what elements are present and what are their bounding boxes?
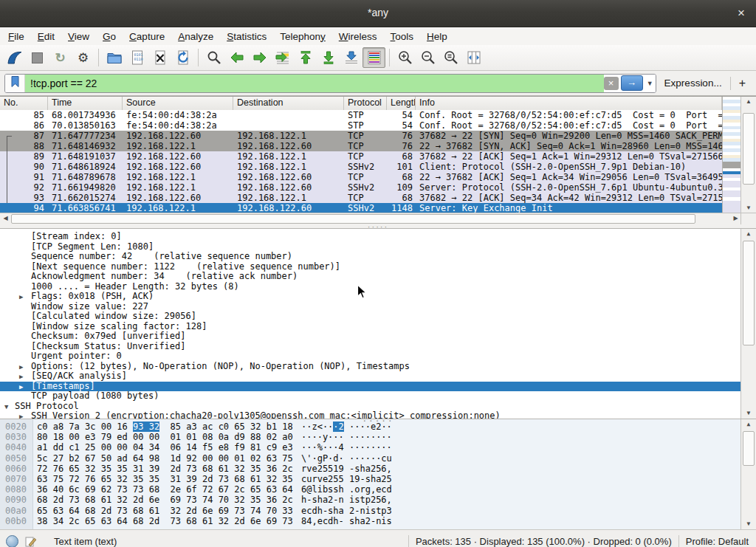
packet-row-86[interactable]: 8670.013850163fe:54:00:d4:38:2aSTP54Conf… bbox=[0, 120, 722, 131]
zoom-reset-button[interactable] bbox=[439, 47, 462, 68]
detail-row[interactable]: [TCP Segment Len: 1080] bbox=[0, 242, 741, 252]
wireshark-fin-button[interactable] bbox=[3, 47, 26, 68]
menu-capture[interactable]: Capture bbox=[123, 29, 171, 44]
hex-row-00a0[interactable]: 00a065 63 64 68 2d 73 68 61 32 2d 6e 69 … bbox=[0, 506, 741, 516]
expression-button[interactable]: Expression... bbox=[662, 78, 725, 89]
expert-info-button[interactable] bbox=[6, 535, 18, 547]
packet-row-90[interactable]: 9071.648618924192.168.122.60192.168.122.… bbox=[0, 162, 722, 172]
zoom-out-button[interactable] bbox=[416, 47, 439, 68]
scroll-down-arrow-icon[interactable]: ▼ bbox=[741, 519, 756, 529]
packet-row-89[interactable]: 8971.648191037192.168.122.60192.168.122.… bbox=[0, 151, 722, 162]
scroll-down-arrow-icon[interactable]: ▼ bbox=[741, 408, 756, 419]
column-header-time[interactable]: Time bbox=[48, 97, 123, 110]
packet-row-88[interactable]: 8871.648146932192.168.122.1192.168.122.6… bbox=[0, 141, 722, 151]
expand-arrow-icon[interactable]: ▶ bbox=[19, 372, 23, 382]
first-packet-button[interactable] bbox=[294, 47, 317, 68]
menu-analyze[interactable]: Analyze bbox=[171, 29, 220, 44]
hex-row-0080[interactable]: 008036 40 6c 69 62 73 73 68 2e 6f 72 67 … bbox=[0, 484, 741, 495]
hex-row-0020[interactable]: 0020c0 a8 7a 3c 00 16 93 32 85 a3 ac c0 … bbox=[0, 422, 741, 432]
filter-dropdown-button[interactable]: ▼ bbox=[645, 75, 656, 92]
menu-file[interactable]: File bbox=[1, 29, 31, 44]
detail-row[interactable]: [Window size scaling factor: 128] bbox=[0, 322, 741, 332]
packet-row-94[interactable]: 9471.663856741192.168.122.1192.168.122.6… bbox=[0, 203, 722, 213]
filter-apply-button[interactable]: → bbox=[621, 75, 643, 91]
close-capture-button[interactable] bbox=[148, 47, 171, 68]
title-bar[interactable]: *any × bbox=[0, 0, 756, 27]
detail-row[interactable]: Acknowledgment number: 34 (relative ack … bbox=[0, 272, 741, 282]
hex-row-0090[interactable]: 009068 2d 73 68 61 32 2d 6e 69 73 74 70 … bbox=[0, 495, 741, 505]
filter-clear-button[interactable]: × bbox=[604, 77, 619, 90]
window-close-button[interactable]: × bbox=[732, 4, 750, 22]
add-filter-button[interactable]: + bbox=[736, 77, 752, 90]
hex-row-0050[interactable]: 00505c 27 b2 67 50 ad 64 98 1d 92 00 00 … bbox=[0, 453, 741, 464]
restart-capture-button[interactable]: ↻ bbox=[49, 47, 72, 68]
column-header-source[interactable]: Source bbox=[123, 97, 233, 110]
hex-row-0070[interactable]: 007063 75 72 76 65 32 35 35 31 39 2d 73 … bbox=[0, 474, 741, 484]
column-header-info[interactable]: Info bbox=[416, 97, 722, 110]
detail-row[interactable]: ▶Options: (12 bytes), No-Operation (NOP)… bbox=[0, 362, 741, 372]
scrollbar-thumb[interactable] bbox=[743, 113, 755, 185]
scroll-up-arrow-icon[interactable]: ▲ bbox=[741, 419, 756, 430]
column-header-length[interactable]: Length bbox=[387, 97, 416, 110]
column-header-protocol[interactable]: Protocol bbox=[344, 97, 387, 110]
detail-row[interactable]: [Checksum Status: Unverified] bbox=[0, 342, 741, 352]
detail-row[interactable]: ▶[SEQ/ACK analysis] bbox=[0, 371, 741, 382]
detail-row[interactable]: Checksum: 0x79ed [unverified] bbox=[0, 331, 741, 342]
display-filter-input[interactable]: !tcp.port == 22 bbox=[25, 75, 604, 92]
open-capture-button[interactable] bbox=[103, 47, 126, 68]
packet-row-87[interactable]: 8771.647777234192.168.122.60192.168.122.… bbox=[0, 131, 722, 141]
column-header-no[interactable]: No. bbox=[0, 97, 48, 110]
hex-vscrollbar[interactable]: ▲ ▼ bbox=[740, 419, 756, 529]
autoscroll-button[interactable] bbox=[340, 47, 362, 68]
scroll-up-arrow-icon[interactable]: ▲ bbox=[741, 97, 756, 107]
expand-arrow-icon[interactable]: ▶ bbox=[19, 292, 23, 303]
detail-row[interactable]: TCP payload (1080 bytes) bbox=[0, 391, 741, 402]
packet-row-85[interactable]: 8568.001734936fe:54:00:d4:38:2aSTP54Conf… bbox=[0, 110, 722, 120]
capture-comment-button[interactable] bbox=[25, 535, 37, 547]
menu-edit[interactable]: Edit bbox=[31, 29, 61, 44]
filter-bookmark-button[interactable] bbox=[5, 75, 25, 92]
packet-row-92[interactable]: 9271.661949820192.168.122.1192.168.122.6… bbox=[0, 182, 722, 193]
menu-view[interactable]: View bbox=[61, 29, 96, 44]
hex-row-00b0[interactable]: 00b038 34 2c 65 63 64 68 2d 73 68 61 32 … bbox=[0, 516, 741, 526]
next-packet-button[interactable] bbox=[248, 47, 271, 68]
detail-row[interactable]: [Next sequence number: 1122 (relative se… bbox=[0, 262, 741, 272]
resize-columns-button[interactable] bbox=[462, 47, 485, 68]
menu-statistics[interactable]: Statistics bbox=[220, 29, 273, 44]
save-capture-button[interactable]: 01010110 bbox=[126, 47, 148, 68]
menu-go[interactable]: Go bbox=[96, 29, 123, 44]
scroll-down-arrow-icon[interactable]: ▼ bbox=[741, 203, 756, 213]
packet-row-91[interactable]: 9171.648789678192.168.122.1192.168.122.6… bbox=[0, 172, 722, 182]
packet-list-vscrollbar[interactable]: ▲ ▼ bbox=[740, 97, 756, 213]
reload-capture-button[interactable] bbox=[171, 47, 194, 68]
zoom-in-button[interactable] bbox=[394, 47, 416, 68]
menu-help[interactable]: Help bbox=[420, 29, 454, 44]
scrollbar-thumb[interactable] bbox=[743, 241, 755, 345]
detail-row[interactable]: [Stream index: 0] bbox=[0, 232, 741, 242]
detail-row[interactable]: 1000 .... = Header Length: 32 bytes (8) bbox=[0, 282, 741, 292]
detail-row[interactable]: ▼SSH Protocol bbox=[0, 402, 741, 412]
detail-row[interactable]: ▶Flags: 0x018 (PSH, ACK) bbox=[0, 292, 741, 302]
detail-row[interactable]: [Calculated window size: 29056] bbox=[0, 312, 741, 322]
find-packet-button[interactable] bbox=[202, 47, 225, 68]
scrollbar-thumb[interactable] bbox=[743, 431, 755, 466]
scroll-up-arrow-icon[interactable]: ▲ bbox=[741, 229, 756, 239]
detail-row[interactable]: ▶[Timestamps] bbox=[0, 382, 756, 392]
hex-row-0030[interactable]: 003080 18 00 e3 79 ed 00 00 01 01 08 0a … bbox=[0, 432, 741, 442]
intelligent-scrollbar-minimap[interactable] bbox=[722, 97, 742, 213]
expand-arrow-icon[interactable]: ▶ bbox=[19, 412, 23, 419]
expand-arrow-icon[interactable]: ▶ bbox=[19, 382, 23, 393]
last-packet-button[interactable] bbox=[317, 47, 340, 68]
hex-row-0040[interactable]: 0040a1 dd c1 25 00 00 04 34 06 14 f5 e8 … bbox=[0, 442, 741, 453]
hex-row-0060[interactable]: 006072 76 65 32 35 35 31 39 2d 73 68 61 … bbox=[0, 464, 741, 474]
packet-row-93[interactable]: 9371.662015274192.168.122.60192.168.122.… bbox=[0, 193, 722, 203]
menu-wireless[interactable]: Wireless bbox=[332, 29, 384, 44]
detail-row[interactable]: Sequence number: 42 (relative sequence n… bbox=[0, 252, 741, 262]
menu-tools[interactable]: Tools bbox=[384, 29, 421, 44]
colorize-button[interactable] bbox=[362, 47, 385, 68]
detail-row[interactable]: Urgent pointer: 0 bbox=[0, 351, 741, 362]
collapse-arrow-icon[interactable]: ▼ bbox=[4, 402, 8, 413]
detail-row[interactable]: Window size value: 227 bbox=[0, 302, 741, 312]
menu-telephony[interactable]: Telephony bbox=[273, 29, 332, 44]
previous-packet-button[interactable] bbox=[225, 47, 248, 68]
